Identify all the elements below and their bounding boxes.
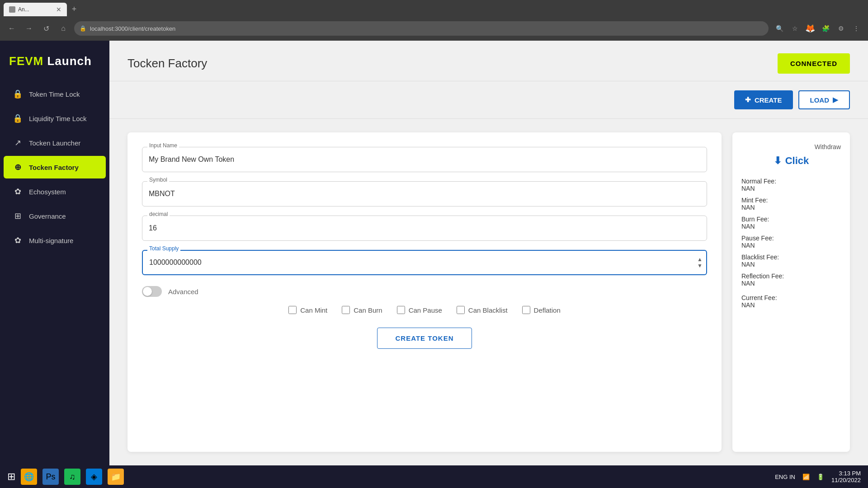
metamask-icon[interactable]: 🦊: [804, 22, 816, 35]
taskbar-folder-icon[interactable]: 📁: [108, 469, 124, 485]
extensions-icon[interactable]: 🧩: [819, 22, 832, 35]
advanced-label: Advanced: [168, 288, 198, 296]
taskbar-time: 3:13 PM 11/20/2022: [831, 470, 861, 483]
active-tab[interactable]: An... ✕: [4, 3, 67, 16]
reflection-fee-value: NAN: [741, 280, 841, 287]
forward-button[interactable]: →: [23, 22, 35, 35]
total-supply-field[interactable]: [142, 250, 707, 275]
can-pause-checkbox[interactable]: [397, 306, 405, 314]
symbol-group: Symbol: [142, 181, 707, 206]
pause-fee-row: Pause Fee: NAN: [741, 235, 841, 249]
load-label: LOAD: [810, 96, 830, 104]
advanced-toggle[interactable]: [142, 286, 162, 297]
governance-icon: ⊞: [13, 211, 23, 221]
pause-fee-label: Pause Fee:: [741, 235, 841, 242]
blacklist-fee-value: NAN: [741, 261, 841, 268]
burn-fee-label: Burn Fee:: [741, 216, 841, 223]
tab-favicon: [9, 6, 15, 13]
back-button[interactable]: ←: [5, 22, 18, 35]
burn-fee-value: NAN: [741, 223, 841, 230]
url-text: localhost:3000/client/createtoken: [90, 25, 175, 32]
spinner-up[interactable]: ▲: [697, 257, 703, 262]
battery-icon: 🔋: [817, 474, 824, 480]
taskbar-chrome-icon[interactable]: 🌐: [21, 469, 37, 485]
sidebar-item-tocken-launcher[interactable]: ↗ Tocken Launcher: [4, 131, 106, 154]
start-button[interactable]: ⊞: [7, 471, 15, 483]
eco-icon: ✿: [13, 187, 23, 197]
clock-date: 11/20/2022: [831, 477, 861, 483]
sidebar-item-tocken-factory[interactable]: ⊕ Tocken Factory: [4, 156, 106, 178]
deflation-checkbox[interactable]: [522, 306, 530, 314]
reflection-fee-label: Reflection Fee:: [741, 272, 841, 280]
sidebar-label-token-time-lock: Token Time Lock: [29, 90, 80, 98]
sidebar-item-multi-signature[interactable]: ✿ Multi-signature: [4, 229, 106, 252]
can-mint-checkbox-item[interactable]: Can Mint: [288, 306, 327, 314]
search-icon[interactable]: 🔍: [773, 22, 786, 35]
logo-launch: Launch: [43, 54, 92, 68]
mint-fee-row: Mint Fee: NAN: [741, 197, 841, 211]
decimal-field[interactable]: [142, 216, 707, 241]
can-pause-checkbox-item[interactable]: Can Pause: [397, 306, 442, 314]
multisig-icon: ✿: [13, 235, 23, 245]
can-blacklist-checkbox[interactable]: [457, 306, 465, 314]
create-label: CREATE: [755, 96, 782, 104]
taskbar-ps-icon[interactable]: Ps: [42, 469, 59, 485]
page-title: Tocken Factory: [127, 56, 207, 70]
taskbar-vscode-icon[interactable]: ◈: [86, 469, 102, 485]
can-mint-checkbox[interactable]: [288, 306, 297, 314]
home-button[interactable]: ⌂: [57, 22, 70, 35]
decimal-group: decimal: [142, 216, 707, 241]
sidebar-label-liquidity-time-lock: Liquidity Time Lock: [29, 115, 87, 122]
can-burn-label: Can Burn: [354, 306, 382, 314]
decimal-label: decimal: [147, 211, 170, 217]
can-burn-checkbox[interactable]: [342, 306, 350, 314]
sidebar-item-liquidity-time-lock[interactable]: 🔒 Liquidity Time Lock: [4, 107, 106, 130]
blacklist-fee-label: Blacklist Fee:: [741, 253, 841, 261]
bookmark-icon[interactable]: ☆: [788, 22, 801, 35]
tab-title: An...: [18, 6, 29, 13]
create-token-button[interactable]: CREATE TOKEN: [377, 328, 472, 349]
click-arrow-icon: ⬇: [774, 155, 782, 167]
input-name-field[interactable]: [142, 147, 707, 172]
deflation-checkbox-item[interactable]: Deflation: [522, 306, 561, 314]
language-indicator: ENG IN: [775, 474, 795, 480]
sidebar-item-echosystem[interactable]: ✿ Echosystem: [4, 180, 106, 203]
create-button[interactable]: ✚ CREATE: [734, 90, 793, 109]
sidebar-item-token-time-lock[interactable]: 🔒 Token Time Lock: [4, 83, 106, 105]
spinner-down[interactable]: ▼: [697, 263, 703, 268]
can-burn-checkbox-item[interactable]: Can Burn: [342, 306, 382, 314]
taskbar-spotify-icon[interactable]: ♫: [64, 469, 80, 485]
sidebar-label-tocken-launcher: Tocken Launcher: [29, 139, 80, 147]
blacklist-fee-row: Blacklist Fee: NAN: [741, 253, 841, 268]
wifi-icon: 📶: [802, 474, 810, 480]
clock-time: 3:13 PM: [831, 470, 861, 477]
click-label: Click: [785, 155, 809, 167]
load-button[interactable]: LOAD ▶: [798, 90, 850, 109]
page-header: Tocken Factory CONNECTED: [109, 41, 868, 81]
browser-tabs: An... ✕ +: [0, 0, 868, 16]
create-plus-icon: ✚: [745, 96, 751, 104]
withdraw-label: Withdraw: [741, 143, 841, 150]
address-bar[interactable]: 🔒 localhost:3000/client/createtoken: [74, 21, 769, 36]
advanced-section: Advanced: [142, 286, 707, 297]
sidebar-item-governance[interactable]: ⊞ Governance: [4, 205, 106, 227]
mint-fee-label: Mint Fee:: [741, 197, 841, 204]
click-button[interactable]: ⬇ Click: [741, 155, 841, 167]
refresh-button[interactable]: ↺: [40, 22, 52, 35]
normal-fee-label: Normal Fee:: [741, 178, 841, 185]
sidebar-logo: FEVM Launch: [0, 50, 109, 82]
new-tab-button[interactable]: +: [68, 3, 80, 15]
symbol-field[interactable]: [142, 181, 707, 206]
current-fee-value: NAN: [741, 301, 841, 309]
more-icon[interactable]: ⋮: [850, 22, 863, 35]
lock-icon-2: 🔒: [13, 113, 23, 123]
current-fee-section: Current Fee: NAN: [741, 294, 841, 309]
mint-fee-value: NAN: [741, 204, 841, 211]
deflation-label: Deflation: [534, 306, 561, 314]
connected-button[interactable]: CONNECTED: [778, 53, 850, 74]
can-blacklist-checkbox-item[interactable]: Can Blacklist: [457, 306, 508, 314]
settings-icon[interactable]: ⚙: [835, 22, 847, 35]
sidebar-label-tocken-factory: Tocken Factory: [29, 164, 79, 171]
tab-close-icon[interactable]: ✕: [56, 6, 61, 13]
input-name-label: Input Name: [147, 142, 179, 149]
